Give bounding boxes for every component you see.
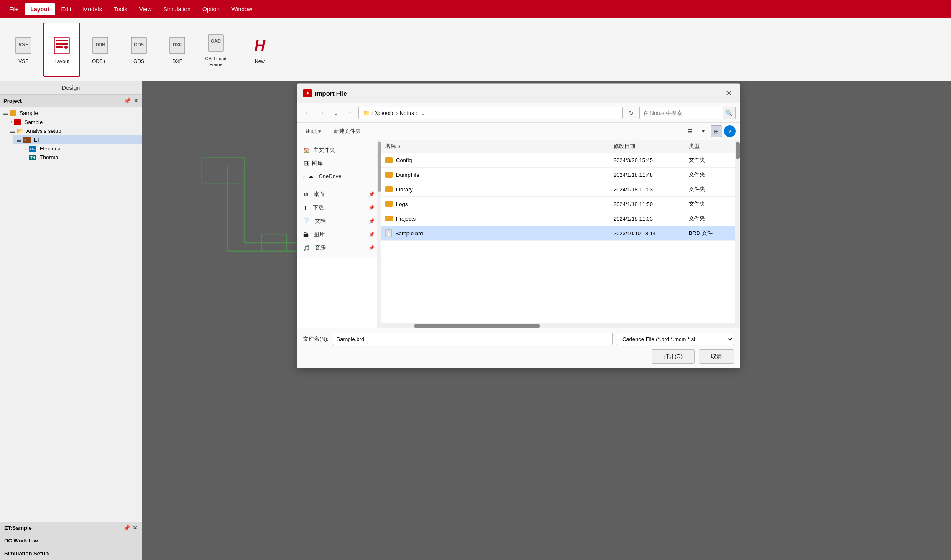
file-row-logs[interactable]: Logs 2024/1/18 11:50 文件夹 xyxy=(381,197,735,211)
col-date-header[interactable]: 修改日期 xyxy=(614,143,689,150)
breadcrumb-bar[interactable]: 📁 › Xpeedic › Notus › ⌄ xyxy=(358,107,623,119)
search-button[interactable]: 🔍 xyxy=(723,107,736,119)
menu-view[interactable]: View xyxy=(133,3,157,15)
menu-option[interactable]: Option xyxy=(197,3,225,15)
cancel-button[interactable]: 取消 xyxy=(699,349,734,364)
h-scroll-thumb[interactable] xyxy=(414,324,540,328)
folder-icon xyxy=(10,110,16,116)
tree-item-sample-root[interactable]: ▬ Sample xyxy=(0,109,142,117)
menu-file[interactable]: File xyxy=(3,3,25,15)
dialog-close-button[interactable]: ✕ xyxy=(723,88,734,99)
nav-forward-button[interactable]: → xyxy=(316,107,327,119)
tree-item-et[interactable]: ▬ ET ET xyxy=(13,135,142,144)
toolbar-gds-button[interactable]: GDS GDS xyxy=(120,23,157,77)
documents-pin-icon[interactable]: 📌 xyxy=(368,218,375,224)
toolbar-odb-button[interactable]: ODB ODB++ xyxy=(82,23,119,77)
filename-input[interactable] xyxy=(333,333,613,345)
close-icon[interactable]: ✕ xyxy=(133,97,138,104)
project-tree: ▬ Sample + Sample ▬ 📂 Analysis setup ▬ E… xyxy=(0,107,142,522)
nav-music[interactable]: 🎵 音乐 📌 xyxy=(297,241,381,255)
menu-layout[interactable]: Layout xyxy=(25,3,56,15)
dialog-title-text: Import File xyxy=(315,90,347,97)
toolbar-layout-button[interactable]: Layout xyxy=(43,23,80,77)
music-icon: 🎵 xyxy=(303,245,310,251)
file-row-config[interactable]: Config 2024/3/26 15:45 文件夹 xyxy=(381,153,735,168)
file-type-config: 文件夹 xyxy=(689,156,731,164)
toolbar-new-button[interactable]: H New xyxy=(241,23,278,77)
nav-documents[interactable]: 📄 文档 📌 xyxy=(297,214,381,228)
scroll-thumb[interactable] xyxy=(736,142,740,159)
refresh-button[interactable]: ↻ xyxy=(625,107,637,119)
nav-downloads-label: 下载 xyxy=(313,204,324,211)
breadcrumb-xpeedic[interactable]: Xpeedic xyxy=(375,110,394,116)
downloads-pin-icon[interactable]: 📌 xyxy=(368,205,375,211)
menu-window[interactable]: Window xyxy=(225,3,258,15)
menu-simulation[interactable]: Simulation xyxy=(158,3,197,15)
docs-icon: 📄 xyxy=(303,218,310,224)
organize-button[interactable]: 组织 ▾ xyxy=(302,125,325,137)
file-name-dumpfile: DumpFile xyxy=(393,172,614,178)
toolbar-dxf-button[interactable]: DXF DXF xyxy=(159,23,196,77)
address-bar: ← → ⌄ ↑ 📁 › Xpeedic › Notus › ⌄ ↻ xyxy=(297,103,740,123)
search-input[interactable] xyxy=(639,107,723,119)
nav-onedrive-label: OneDrive xyxy=(319,173,342,179)
toolbar-vsf-button[interactable]: VSF VSF xyxy=(5,23,42,77)
tree-item-sample-child[interactable]: + Sample xyxy=(7,117,142,127)
file-type-sample-brd: BRD 文件 xyxy=(689,229,731,237)
nav-recent-button[interactable]: ⌄ xyxy=(330,107,342,119)
bottom-pin-icon[interactable]: 📌 xyxy=(123,524,130,531)
nav-home-label: 主文件夹 xyxy=(313,146,335,154)
nav-downloads[interactable]: ⬇ 下载 📌 xyxy=(297,201,381,214)
nav-up-button[interactable]: ↑ xyxy=(344,107,356,119)
project-label: Project xyxy=(3,98,22,104)
left-panel: Design Project 📌 ✕ ▬ Sample + Sample xyxy=(0,81,142,560)
file-row-sample-brd[interactable]: 📄 Sample.brd 2023/10/10 18:14 BRD 文件 xyxy=(381,226,735,241)
file-row-dumpfile[interactable]: DumpFile 2024/1/18 11:48 文件夹 xyxy=(381,168,735,182)
pin-icon[interactable]: 📌 xyxy=(124,97,131,104)
nav-onedrive[interactable]: › ☁ OneDrive xyxy=(297,170,381,182)
view-menu-button[interactable]: ☰ xyxy=(684,125,695,137)
breadcrumb-notus[interactable]: Notus xyxy=(400,110,414,116)
horizontal-scrollbar[interactable] xyxy=(381,323,735,328)
nav-desktop[interactable]: 🖥 桌面 📌 xyxy=(297,188,381,201)
tree-item-thermal[interactable]: ··· TH Thermal xyxy=(20,153,142,162)
tree-item-electrical[interactable]: ··· DC Electrical xyxy=(20,144,142,153)
bottom-close-icon[interactable]: ✕ xyxy=(133,524,138,531)
new-folder-button[interactable]: 新建文件夹 xyxy=(329,125,366,137)
menu-edit[interactable]: Edit xyxy=(55,3,77,15)
toolbar-divider xyxy=(238,27,238,73)
music-pin-icon[interactable]: 📌 xyxy=(368,245,375,251)
nav-pictures[interactable]: 🏔 图片 📌 xyxy=(297,228,381,241)
desktop-pin-icon[interactable]: 📌 xyxy=(368,191,375,197)
col-name-header[interactable]: 名称 ∧ xyxy=(385,143,614,150)
help-button[interactable]: ? xyxy=(724,125,736,137)
view-dropdown-button[interactable]: ▾ xyxy=(697,125,709,137)
vertical-scrollbar[interactable] xyxy=(735,140,740,328)
file-row-library[interactable]: Library 2024/1/18 11:03 文件夹 xyxy=(381,182,735,197)
filetype-select[interactable]: Cadence File (*.brd *.mcm *.si xyxy=(617,333,734,345)
file-type-dumpfile: 文件夹 xyxy=(689,171,731,178)
file-row-projects[interactable]: Projects 2024/1/18 11:03 文件夹 xyxy=(381,211,735,226)
download-icon: ⬇ xyxy=(303,205,308,211)
dc-workflow[interactable]: DC Workflow xyxy=(0,534,142,547)
toolbar-leadframe-button[interactable]: CAD CAD LeadFrame xyxy=(197,23,234,77)
dialog-footer: 文件名(N): Cadence File (*.brd *.mcm *.si 打… xyxy=(297,328,740,368)
dialog-title: ✦ Import File xyxy=(303,89,347,97)
col-type-header[interactable]: 类型 xyxy=(689,143,731,150)
tree-item-analysis[interactable]: ▬ 📂 Analysis setup xyxy=(7,127,142,135)
nav-home[interactable]: 🏠 主文件夹 xyxy=(297,143,381,157)
menu-models[interactable]: Models xyxy=(77,3,108,15)
view-grid-button[interactable]: ⊞ xyxy=(711,125,722,137)
file-name-sample-brd: Sample.brd xyxy=(392,230,614,237)
nav-back-button[interactable]: ← xyxy=(302,107,313,119)
open-button[interactable]: 打开(O) xyxy=(652,349,695,364)
pictures-pin-icon[interactable]: 📌 xyxy=(368,232,375,237)
scroll-track xyxy=(735,140,740,328)
nav-gallery[interactable]: 🖼 图库 xyxy=(297,157,381,170)
file-name-config: Config xyxy=(393,157,614,163)
menu-tools[interactable]: Tools xyxy=(108,3,133,15)
file-date-logs: 2024/1/18 11:50 xyxy=(614,201,689,207)
nav-panel-container: 🏠 主文件夹 🖼 图库 › ☁ xyxy=(297,140,381,328)
file-icon-sample-brd: 📄 xyxy=(385,229,392,237)
simulation-setup[interactable]: Simulation Setup xyxy=(0,547,142,560)
